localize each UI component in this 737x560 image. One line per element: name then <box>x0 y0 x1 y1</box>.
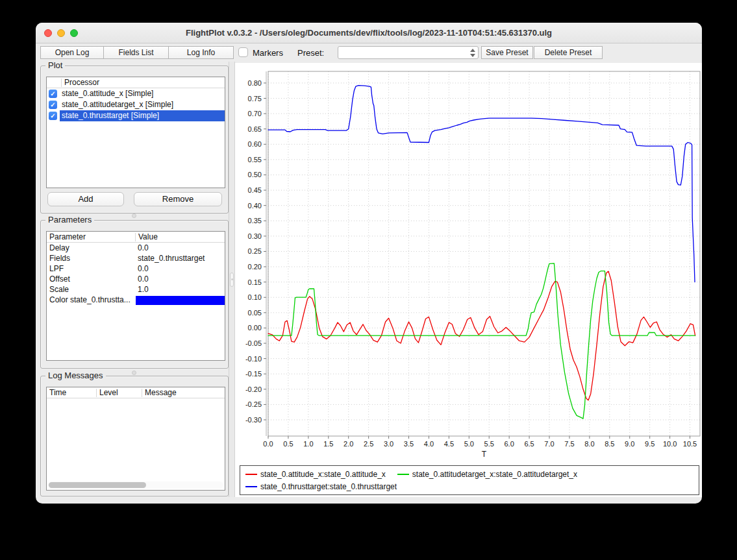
legend-line-sample <box>245 486 257 487</box>
svg-text:0.00: 0.00 <box>248 324 262 332</box>
parameter-row[interactable]: Color state_0.thrustta... <box>47 295 225 305</box>
parameters-table-body: Delay0.0Fieldsstate_0.thrusttargetLPF0.0… <box>47 243 225 305</box>
parameter-row[interactable]: Fieldsstate_0.thrusttarget <box>47 253 225 263</box>
svg-text:0.75: 0.75 <box>248 95 262 103</box>
parameter-name: Offset <box>47 274 135 284</box>
log-messages-table[interactable]: Time Level Message <box>46 387 225 491</box>
svg-text:0.0: 0.0 <box>263 440 273 448</box>
svg-text:6.5: 6.5 <box>524 440 534 448</box>
legend-label: state_0.attitude_x:state_0.attitude_x <box>260 470 386 479</box>
processor-row[interactable]: ✓state_0.thrusttarget [Simple] <box>47 110 225 121</box>
svg-text:9.5: 9.5 <box>645 440 655 448</box>
svg-text:0.5: 0.5 <box>283 440 293 448</box>
svg-text:8.0: 8.0 <box>584 440 594 448</box>
open-log-button[interactable]: Open Log <box>40 46 104 59</box>
add-button[interactable]: Add <box>47 192 124 206</box>
parameter-value: state_0.thrusttarget <box>135 254 225 263</box>
parameter-value: 0.0 <box>135 243 225 252</box>
parameter-row[interactable]: Offset0.0 <box>47 274 225 284</box>
fields-list-button[interactable]: Fields List <box>103 46 169 59</box>
svg-text:T: T <box>482 450 487 459</box>
processor-list-body: ✓state_0.attitude_x [Simple]✓state_0.att… <box>47 88 225 121</box>
splitter-handle-icon[interactable] <box>132 213 136 218</box>
parameter-row[interactable]: LPF0.0 <box>47 263 225 274</box>
processor-label: state_0.attitudetarget_x [Simple] <box>60 99 175 110</box>
svg-text:0.60: 0.60 <box>248 140 262 148</box>
vertical-splitter[interactable] <box>229 62 235 497</box>
svg-text:10.0: 10.0 <box>663 440 677 448</box>
parameter-row[interactable]: Scale1.0 <box>47 284 225 295</box>
legend-line-sample <box>245 474 257 475</box>
legend-line-sample <box>397 474 409 475</box>
svg-text:4.5: 4.5 <box>444 440 454 448</box>
chart-legend: state_0.attitude_x:state_0.attitude_xsta… <box>240 465 699 495</box>
parameter-name: Delay <box>47 243 135 252</box>
svg-text:-0.05: -0.05 <box>245 339 262 347</box>
remove-button[interactable]: Remove <box>134 192 222 206</box>
legend-item: state_0.attitudetarget_x:state_0.attitud… <box>397 469 577 479</box>
svg-text:4.0: 4.0 <box>424 440 434 448</box>
parameter-row[interactable]: Delay0.0 <box>47 243 225 253</box>
delete-preset-button[interactable]: Delete Preset <box>534 46 603 59</box>
processor-row[interactable]: ✓state_0.attitudetarget_x [Simple] <box>47 99 225 110</box>
save-preset-button[interactable]: Save Preset <box>481 46 533 59</box>
svg-text:1.5: 1.5 <box>323 440 333 448</box>
svg-text:1.0: 1.0 <box>303 440 313 448</box>
log-messages-group-title: Log Messages <box>45 371 106 380</box>
svg-text:6.0: 6.0 <box>505 440 514 448</box>
legend-label: state_0.thrusttarget:state_0.thrusttarge… <box>260 482 397 491</box>
svg-text:5.5: 5.5 <box>484 440 494 448</box>
legend-item: state_0.attitude_x:state_0.attitude_x <box>245 469 386 479</box>
svg-text:3.0: 3.0 <box>384 440 393 448</box>
color-swatch[interactable] <box>136 296 225 305</box>
horizontal-scrollbar[interactable] <box>48 481 223 489</box>
svg-text:10.5: 10.5 <box>683 440 697 448</box>
parameters-table[interactable]: Parameter Value Delay0.0Fieldsstate_0.th… <box>46 231 225 361</box>
markers-checkbox[interactable] <box>238 47 248 57</box>
scrollbar-thumb[interactable] <box>49 482 146 488</box>
svg-text:0.35: 0.35 <box>248 217 262 225</box>
svg-text:0.40: 0.40 <box>248 202 262 210</box>
log-messages-group: Log Messages Time Level Message <box>40 376 229 496</box>
processor-column-header: Processor <box>61 79 99 87</box>
processor-checkbox[interactable]: ✓ <box>49 90 57 98</box>
window-title: FlightPlot v.0.3.2 - /Users/oleg/Documen… <box>36 23 702 43</box>
svg-text:0.50: 0.50 <box>248 171 262 178</box>
level-column-header: Level <box>96 389 142 397</box>
processor-row[interactable]: ✓state_0.attitude_x [Simple] <box>47 88 225 99</box>
svg-text:0.10: 0.10 <box>248 293 262 301</box>
processor-checkbox[interactable]: ✓ <box>49 112 57 120</box>
processor-list[interactable]: Processor ✓state_0.attitude_x [Simple]✓s… <box>46 77 225 188</box>
parameter-name: LPF <box>47 264 135 273</box>
svg-text:2.0: 2.0 <box>344 440 353 448</box>
svg-text:-0.10: -0.10 <box>245 355 262 363</box>
flightplot-window: FlightPlot v.0.3.2 - /Users/oleg/Documen… <box>36 23 702 504</box>
chart-panel: 0.00.51.01.52.02.53.03.54.04.55.05.56.06… <box>235 63 702 497</box>
svg-text:7.5: 7.5 <box>564 440 574 448</box>
processor-checkbox[interactable]: ✓ <box>49 101 57 109</box>
titlebar[interactable]: FlightPlot v.0.3.2 - /Users/oleg/Documen… <box>36 23 702 43</box>
combobox-stepper-icon[interactable] <box>469 49 475 57</box>
parameter-value: 0.0 <box>135 274 225 284</box>
preset-combobox[interactable] <box>338 46 479 59</box>
svg-text:0.45: 0.45 <box>248 186 262 194</box>
processor-label: state_0.attitude_x [Simple] <box>60 88 155 99</box>
svg-text:5.0: 5.0 <box>464 440 474 448</box>
svg-text:0.15: 0.15 <box>248 278 262 286</box>
processor-label: state_0.thrusttarget [Simple] <box>60 110 225 121</box>
splitter-handle-icon[interactable] <box>132 371 136 375</box>
svg-text:-0.15: -0.15 <box>245 370 262 378</box>
svg-text:0.80: 0.80 <box>248 79 262 87</box>
splitter-grip-icon[interactable] <box>230 273 234 287</box>
svg-text:-0.25: -0.25 <box>245 400 262 408</box>
log-info-button[interactable]: Log Info <box>168 46 234 59</box>
svg-text:0.70: 0.70 <box>248 110 262 117</box>
svg-text:9.0: 9.0 <box>625 440 634 448</box>
chart[interactable]: 0.00.51.01.52.02.53.03.54.04.55.05.56.06… <box>235 63 702 464</box>
preset-label: Preset: <box>297 48 324 58</box>
svg-text:3.5: 3.5 <box>404 440 414 448</box>
message-column-header: Message <box>142 389 225 397</box>
time-column-header: Time <box>47 389 96 397</box>
toolbar: Open Log Fields List Log Info Markers Pr… <box>36 44 702 61</box>
parameters-group-title: Parameters <box>45 215 94 225</box>
